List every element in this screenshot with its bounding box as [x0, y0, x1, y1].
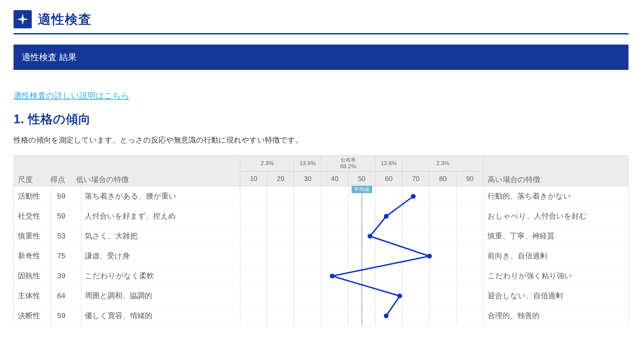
chart-grid-cell — [321, 306, 348, 326]
chart-grid-cell — [240, 286, 267, 306]
chart-grid-cell — [267, 226, 294, 246]
low-trait-cell: 優しく寛容、情緒的 — [81, 306, 240, 326]
chart-grid-cell — [348, 246, 375, 266]
chart-grid-cell — [294, 246, 321, 266]
chart-grid-cell — [240, 206, 267, 226]
scale-cell: 慎重性 — [14, 226, 51, 246]
score-cell: 64 — [51, 286, 81, 306]
chart-grid-cell — [267, 286, 294, 306]
high-trait-cell: 前向き、自信過剰 — [484, 246, 628, 266]
chart-grid-cell — [294, 226, 321, 246]
chart-grid-cell — [348, 286, 375, 306]
result-bar: 適性検査 結果 — [14, 45, 628, 70]
chart-grid-cell — [348, 266, 375, 286]
chart-grid-cell — [456, 266, 484, 286]
header-score: 得点 — [50, 175, 74, 185]
distribution-cell: 2.3% — [402, 156, 484, 172]
chart-grid-cell — [402, 206, 429, 226]
tick-header: 50 — [348, 172, 375, 186]
table-row: 固執性39こだわりがなく柔軟こだわりが強く粘り強い — [14, 266, 628, 286]
chart-grid-cell — [267, 246, 294, 266]
high-trait-cell: こだわりが強く粘り強い — [484, 266, 628, 286]
header-scale: 尺度 — [18, 175, 48, 185]
chart-grid-cell — [402, 226, 429, 246]
high-trait-cell: 行動的、落ち着きがない — [484, 186, 628, 206]
header-low: 低い場合の特徴 — [76, 175, 129, 184]
chart-grid-cell — [456, 226, 484, 246]
chart-grid-cell — [402, 306, 429, 326]
chart-grid-cell — [375, 266, 402, 286]
sparkle-icon — [16, 12, 29, 26]
table-row: 主体性64周囲と調和、協調的迎合しない、自信過剰 — [14, 286, 628, 306]
score-cell: 53 — [51, 226, 81, 246]
chart-grid-cell — [375, 246, 402, 266]
chart-grid-cell — [348, 306, 375, 326]
detail-link[interactable]: 適性検査の詳しい説明はこちら — [14, 90, 129, 101]
page-header: 適性検査 — [14, 7, 628, 34]
chart-grid-cell — [402, 286, 429, 306]
chart-grid-cell — [294, 286, 321, 306]
table-row: 決断性59優しく寛容、情緒的合理的、独善的 — [14, 306, 628, 326]
score-cell: 75 — [51, 246, 81, 266]
chart-grid-cell — [402, 246, 429, 266]
chart-grid-cell — [402, 266, 429, 286]
chart-grid-cell — [240, 186, 267, 206]
results-table: 尺度 得点 低い場合の特徴 2.3%13.6%分布率68.2%13.6%2.3%… — [14, 155, 628, 326]
chart-grid-cell — [456, 186, 484, 206]
scale-cell: 主体性 — [14, 286, 51, 306]
chart-grid-cell — [348, 206, 375, 226]
chart-grid-cell — [321, 226, 348, 246]
tick-header: 90 — [456, 172, 484, 186]
section-description: 性格の傾向を測定しています。とっさの反応や無意識の行動に現れやすい特徴です。 — [14, 135, 628, 145]
chart-grid-cell — [429, 186, 456, 206]
chart-grid-cell — [294, 306, 321, 326]
chart-grid-cell — [375, 186, 402, 206]
low-trait-cell: 周囲と調和、協調的 — [81, 286, 240, 306]
chart-grid-cell — [429, 266, 456, 286]
chart-grid-cell — [267, 206, 294, 226]
chart-grid-cell — [294, 186, 321, 206]
chart-grid-cell — [294, 266, 321, 286]
chart-grid-cell — [348, 226, 375, 246]
low-trait-cell: 落ち着きがある、腰が重い — [81, 186, 240, 206]
chart-grid-cell — [375, 206, 402, 226]
tick-header: 30 — [294, 172, 321, 186]
high-trait-cell: おしゃべり、人付合いを好む — [484, 206, 628, 226]
high-trait-cell: 合理的、独善的 — [484, 306, 628, 326]
distribution-cell: 13.6% — [375, 156, 402, 172]
score-cell: 69 — [51, 186, 81, 206]
chart-grid-cell — [294, 206, 321, 226]
chart-grid-cell — [267, 186, 294, 206]
scale-cell: 活動性 — [14, 186, 51, 206]
scale-cell: 決断性 — [14, 306, 51, 326]
score-cell: 59 — [51, 306, 81, 326]
low-trait-cell: こだわりがなく柔軟 — [81, 266, 240, 286]
chart-grid-cell — [321, 186, 348, 206]
chart-grid-cell — [429, 286, 456, 306]
section-title: 1. 性格の傾向 — [14, 111, 628, 128]
chart-grid-cell — [456, 286, 484, 306]
distribution-header-row: 尺度 得点 低い場合の特徴 2.3%13.6%分布率68.2%13.6%2.3%… — [14, 156, 628, 172]
score-cell: 59 — [51, 206, 81, 226]
chart-grid-cell — [429, 306, 456, 326]
chart-grid-cell — [240, 306, 267, 326]
table-row: 活動性69落ち着きがある、腰が重い行動的、落ち着きがない — [14, 186, 628, 206]
chart-grid-cell — [267, 266, 294, 286]
low-trait-cell: 人付合いを好まず、控えめ — [81, 206, 240, 226]
chart-grid-cell — [375, 286, 402, 306]
chart-grid-cell — [429, 206, 456, 226]
results-table-wrapper: 尺度 得点 低い場合の特徴 2.3%13.6%分布率68.2%13.6%2.3%… — [14, 155, 628, 326]
chart-grid-cell — [375, 226, 402, 246]
chart-grid-cell — [321, 266, 348, 286]
tick-header: 80 — [429, 172, 456, 186]
chart-grid-cell — [402, 186, 429, 206]
chart-grid-cell — [456, 246, 484, 266]
chart-grid-cell — [267, 306, 294, 326]
chart-grid-cell — [348, 186, 375, 206]
header-high: 高い場合の特徴 — [484, 156, 628, 186]
tick-header: 40 — [321, 172, 348, 186]
table-row: 社交性59人付合いを好まず、控えめおしゃべり、人付合いを好む — [14, 206, 628, 226]
chart-grid-cell — [321, 286, 348, 306]
chart-grid-cell — [429, 246, 456, 266]
header-left-block: 尺度 得点 低い場合の特徴 — [14, 156, 240, 186]
